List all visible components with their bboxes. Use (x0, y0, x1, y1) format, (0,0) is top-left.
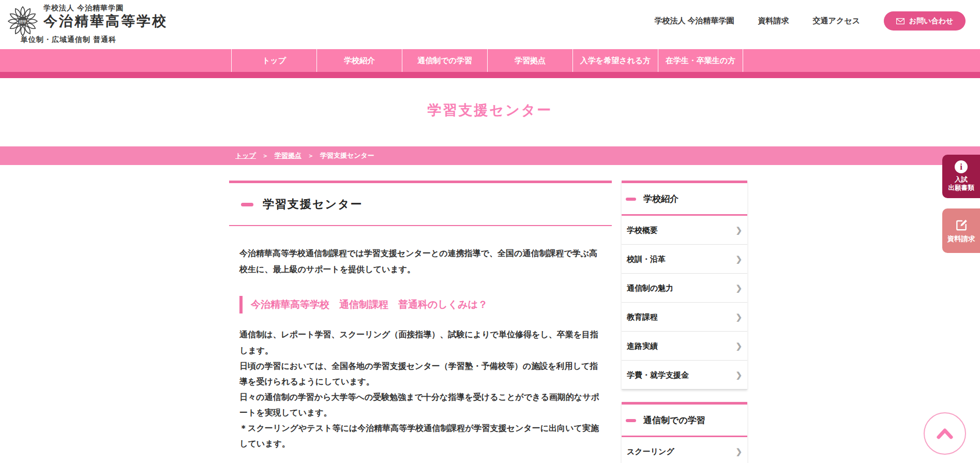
sidebar-item-correspondence-appeal[interactable]: 通信制の魅力 ❯ (622, 274, 747, 303)
sidebar-item-school-overview[interactable]: 学校概要 ❯ (622, 216, 747, 245)
breadcrumb-separator: ＞ (308, 152, 314, 160)
chevron-right-icon: ❯ (735, 437, 742, 463)
sidebar-item-label: 通信制の魅力 (627, 283, 673, 292)
sidebar-item-label: 教育課程 (627, 312, 658, 321)
breadcrumb-link-top[interactable]: トップ (235, 151, 256, 160)
contact-button-label: お問い合わせ (909, 17, 953, 26)
dash-icon (241, 203, 253, 206)
sidebar-item-label: 学校概要 (627, 226, 658, 234)
chevron-right-icon: ❯ (735, 303, 742, 332)
info-icon: i (955, 160, 968, 173)
header: 精華 学校法人 今治精華学園 今治精華高等学校 単位制・広域通信制 普通科 学校… (0, 0, 980, 49)
chevron-up-icon (934, 427, 955, 440)
article: 学習支援センター 今治精華高等学校通信制課程では学習支援センターとの連携指導で、… (229, 181, 612, 463)
exam-documents-label: 入試 出願書類 (948, 176, 974, 192)
page: 精華 学校法人 今治精華学園 今治精華高等学校 単位制・広域通信制 普通科 学校… (0, 0, 980, 463)
nav-item-learning-bases[interactable]: 学習拠点 (487, 49, 572, 72)
chevron-right-icon: ❯ (735, 274, 742, 303)
sidebar-section-header: 通信制での学習 (622, 405, 747, 437)
article-heading-box: 学習支援センター (229, 181, 612, 226)
sidebar-item-label: 進路実績 (627, 341, 658, 350)
sidebar-section-header: 学校紹介 (622, 183, 747, 216)
page-title: 学習支援センター (0, 101, 980, 120)
sidebar-item-curriculum[interactable]: 教育課程 ❯ (622, 303, 747, 332)
nav-item-correspondence-learning[interactable]: 通信制での学習 (402, 49, 487, 72)
util-link-shiryo[interactable]: 資料請求 (758, 16, 789, 26)
chevron-right-icon: ❯ (735, 332, 742, 361)
header-utility-nav: 学校法人 今治精華学園 資料請求 交通アクセス お問い合わせ (654, 11, 966, 31)
contact-button[interactable]: お問い合わせ (884, 11, 966, 31)
paragraph: ＊スクーリングやテスト等には今治精華高等学校通信制課程が学習支援センターに出向い… (239, 421, 601, 452)
nav-item-top[interactable]: トップ (231, 49, 316, 72)
logo-mark-kanji: 精華 (19, 20, 27, 24)
logo-texts: 学校法人 今治精華学園 今治精華高等学校 (43, 4, 168, 29)
mail-icon (896, 18, 904, 24)
util-link-gakuen[interactable]: 学校法人 今治精華学園 (654, 16, 734, 26)
materials-request-label: 資料請求 (947, 234, 975, 244)
body-paragraphs: 通信制は、レポート学習、スクーリング（面接指導）、試験によりで単位修得をし、卒業… (239, 327, 601, 452)
sidebar-item-label: スクーリング (627, 447, 674, 456)
school-logo[interactable]: 精華 学校法人 今治精華学園 今治精華高等学校 (7, 4, 168, 37)
util-link-access[interactable]: 交通アクセス (813, 16, 860, 26)
nav-item-school-intro[interactable]: 学校紹介 (316, 49, 402, 72)
intro-paragraph: 今治精華高等学校通信制課程では学習支援センターとの連携指導で、全国の通信制課程で… (239, 246, 601, 277)
nav-item-prospective-students[interactable]: 入学を希望される方 (572, 49, 658, 72)
breadcrumb-separator: ＞ (262, 152, 268, 160)
sidebar-item-motto-history[interactable]: 校訓・沿革 ❯ (622, 245, 747, 274)
breadcrumb-current: 学習支援センター (320, 151, 374, 160)
sidebar-item-schooling[interactable]: スクーリング ❯ (622, 437, 747, 463)
nav-item-current-students[interactable]: 在学生・卒業生の方 (658, 49, 743, 72)
chevron-right-icon: ❯ (735, 361, 742, 390)
logo-organization: 学校法人 今治精華学園 (43, 4, 168, 13)
exam-documents-button[interactable]: i 入試 出願書類 (942, 155, 980, 198)
nav-accent-strip (0, 72, 980, 78)
sidebar-section-school-intro: 学校紹介 学校概要 ❯ 校訓・沿革 ❯ 通信制の魅力 ❯ 教育課程 ❯ 進路実績… (622, 181, 747, 390)
paragraph: 通信制は、レポート学習、スクーリング（面接指導）、試験によりで単位修得をし、卒業… (239, 327, 601, 358)
breadcrumb-link-learning-bases[interactable]: 学習拠点 (275, 151, 301, 160)
sidebar-item-label: 学費・就学支援金 (627, 370, 689, 379)
sidebar-section-correspondence-learning: 通信制での学習 スクーリング ❯ (622, 402, 747, 463)
paragraph: 日々の通信制の学習から大学等への受験勉強まで十分な指導を受けることができる画期的… (239, 390, 601, 421)
sidebar-section-title: 通信制での学習 (643, 414, 705, 426)
logo-school-name: 今治精華高等学校 (43, 13, 168, 29)
flower-logo-icon: 精華 (7, 6, 38, 37)
sidebar-section-title: 学校紹介 (643, 193, 679, 205)
sidebar: 学校紹介 学校概要 ❯ 校訓・沿革 ❯ 通信制の魅力 ❯ 教育課程 ❯ 進路実績… (622, 181, 747, 463)
logo-subtitle: 単位制・広域通信制 普通科 (21, 35, 116, 44)
materials-request-button[interactable]: 資料請求 (942, 208, 980, 253)
chevron-right-icon: ❯ (735, 245, 742, 274)
scroll-to-top-button[interactable] (924, 412, 966, 455)
dash-icon (626, 198, 636, 201)
article-body: 今治精華高等学校通信制課程では学習支援センターとの連携指導で、全国の通信制課程で… (229, 246, 612, 463)
title-area: 学習支援センター (0, 78, 980, 146)
sidebar-item-tuition-support[interactable]: 学費・就学支援金 ❯ (622, 361, 747, 390)
breadcrumb: トップ ＞ 学習拠点 ＞ 学習支援センター (0, 146, 980, 165)
sidebar-item-career-results[interactable]: 進路実績 ❯ (622, 332, 747, 361)
chevron-right-icon: ❯ (735, 216, 742, 245)
sidebar-item-label: 校訓・沿革 (627, 255, 666, 263)
article-subheading: 今治精華高等学校 通信制課程 普通科のしくみは？ (239, 296, 601, 313)
global-nav-menu: トップ 学校紹介 通信制での学習 学習拠点 入学を希望される方 在学生・卒業生の… (231, 49, 743, 72)
dash-icon (626, 419, 636, 422)
paragraph: 日頃の学習においては、全国各地の学習支援センター（学習塾・予備校等）の施設を利用… (239, 359, 601, 390)
global-nav: トップ 学校紹介 通信制での学習 学習拠点 入学を希望される方 在学生・卒業生の… (0, 49, 980, 72)
article-heading: 学習支援センター (263, 197, 363, 212)
pencil-square-icon (955, 218, 968, 231)
